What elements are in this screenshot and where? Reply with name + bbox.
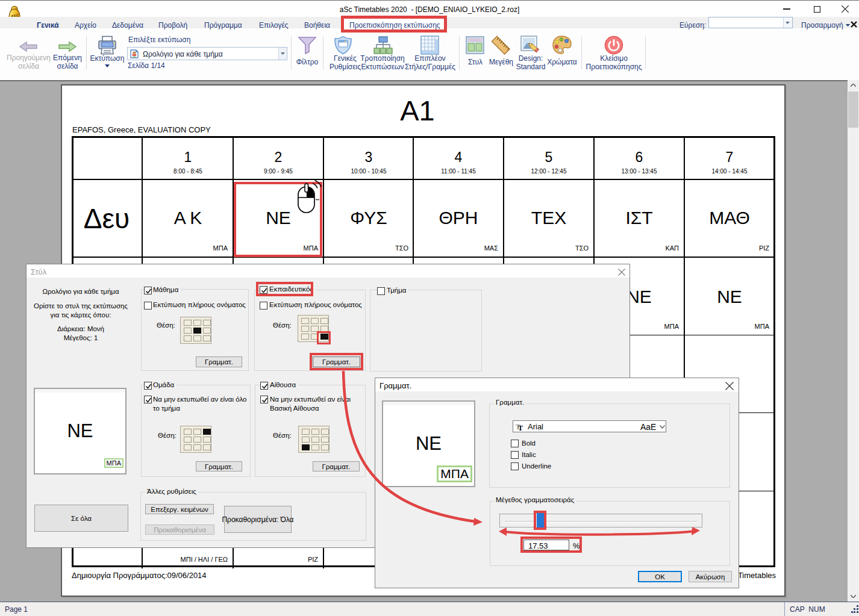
svg-text:T: T <box>518 424 523 431</box>
